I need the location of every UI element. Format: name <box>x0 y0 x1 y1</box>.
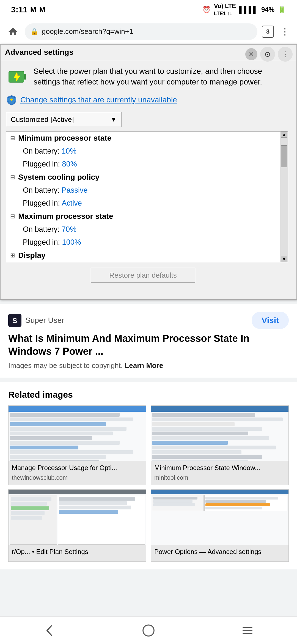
dropdown-row: Customized [Active] ▼ <box>6 112 288 127</box>
tree-value-cooling-plugged: Active <box>62 199 82 207</box>
related-image-3[interactable]: r/Op... • Edit Plan Settings <box>8 489 146 562</box>
tree-child-cooling-plugged[interactable]: Plugged in: Active <box>6 197 288 210</box>
tree-group-min-processor[interactable]: ⊟ Minimum processor state <box>6 132 288 145</box>
url-bar[interactable]: 🔒 google.com/search?q=win+1 <box>25 23 257 40</box>
tree-child-min-plugged[interactable]: Plugged in: 80% <box>6 158 288 171</box>
image-caption-3: r/Op... • Edit Plan Settings <box>9 545 146 557</box>
scroll-down-arrow[interactable]: ▼ <box>281 256 287 262</box>
copyright-notice: Images may be subject to copyright. Lear… <box>8 361 289 370</box>
tree-label-max-battery: On battery: <box>23 225 62 233</box>
image-thumb-3 <box>9 490 146 545</box>
recents-button[interactable] <box>237 620 258 642</box>
tree-child-cooling-battery[interactable]: On battery: Passive <box>6 184 288 197</box>
dropdown-value: Customized [Active] <box>11 115 74 124</box>
related-images-title: Related images <box>8 390 289 400</box>
browser-bar: 🔒 google.com/search?q=win+1 3 ⋮ <box>0 19 297 44</box>
tree-label-max-plugged: Plugged in: <box>23 238 62 246</box>
tree-child-max-battery[interactable]: On battery: 70% <box>6 223 288 236</box>
tree-value-min-plugged: 80% <box>62 160 77 168</box>
related-image-1[interactable]: Manage Processor Usage for Opti... thewi… <box>8 405 146 485</box>
visit-button[interactable]: Visit <box>252 312 289 329</box>
tree-label-cooling: System cooling policy <box>18 173 100 182</box>
tree-label-cooling-battery: On battery: <box>23 186 62 194</box>
tree-label-display: Display <box>18 251 46 260</box>
expand-icon-max: ⊟ <box>10 213 15 220</box>
lock-icon: 🔒 <box>30 28 38 36</box>
result-source-row: S Super User Visit <box>8 312 289 329</box>
source-icon: S <box>8 314 21 327</box>
tree-value-max-battery: 70% <box>62 225 76 233</box>
change-settings-row: Change settings that are currently unava… <box>6 94 288 105</box>
related-image-4[interactable]: Power Options — Advanced settings <box>151 489 289 562</box>
tree-group-max-processor[interactable]: ⊟ Maximum processor state <box>6 210 288 223</box>
battery-text: 94% <box>261 6 274 13</box>
image-thumb-1 <box>9 406 146 461</box>
image-thumb-2 <box>151 406 288 461</box>
tab-count[interactable]: 3 <box>262 26 274 38</box>
expand-icon-display: ⊞ <box>10 252 15 259</box>
power-icon <box>6 66 28 88</box>
image-source-2: minitool.com <box>151 473 288 485</box>
home-button[interactable] <box>6 24 20 39</box>
status-icon-m1: M M <box>30 6 46 14</box>
scroll-up-arrow[interactable]: ▲ <box>281 132 287 138</box>
expand-icon-min: ⊟ <box>10 135 15 141</box>
image-caption-2: Minimum Processor State Window... <box>151 461 288 473</box>
search-result-card: S Super User Visit What Is Minimum And M… <box>0 304 297 378</box>
url-text: google.com/search?q=win+1 <box>42 27 133 36</box>
tree-label-min-processor: Minimum processor state <box>18 134 111 143</box>
tree-group-cooling[interactable]: ⊟ System cooling policy <box>6 171 288 184</box>
close-button[interactable]: ✕ <box>245 48 257 60</box>
bottom-navigation <box>0 616 297 644</box>
svg-rect-1 <box>24 74 26 80</box>
more-button[interactable]: ⋮ <box>278 24 292 39</box>
tree-label-max-processor: Maximum processor state <box>18 212 113 221</box>
image-caption-4: Power Options — Advanced settings <box>151 545 288 557</box>
related-images-section: Related images M <box>0 382 297 569</box>
screenshot-button[interactable]: ⊙ <box>260 47 275 62</box>
tree-scrollbar[interactable]: ▲ ▼ <box>280 132 288 262</box>
restore-defaults-button[interactable]: Restore plan defaults <box>91 268 195 283</box>
status-time: 3:11 <box>11 5 28 14</box>
svg-text:S: S <box>12 316 17 325</box>
image-source-1: thewindowsclub.com <box>9 473 146 485</box>
options-button[interactable]: ⋮ <box>278 47 293 62</box>
image-caption-1: Manage Processor Usage for Opti... <box>9 461 146 473</box>
tree-group-display[interactable]: ⊞ Display <box>6 249 288 262</box>
scroll-thumb[interactable] <box>281 145 287 167</box>
tree-child-max-plugged[interactable]: Plugged in: 100% <box>6 236 288 249</box>
tree-value-cooling-battery: Passive <box>62 186 88 194</box>
vo-lte-icon: Vo) LTELTE1 ↑↓ <box>214 2 236 17</box>
source-name: Super User <box>25 316 64 325</box>
signal-icon: ▌▌▌▌ <box>239 6 258 13</box>
battery-icon: 🔋 <box>278 6 286 13</box>
change-settings-link[interactable]: Change settings that are currently unava… <box>20 95 177 104</box>
dialog-controls: ✕ ⊙ ⋮ <box>245 47 293 62</box>
alarm-icon: ⏰ <box>202 6 211 13</box>
dialog-header-text: Select the power plan that you want to c… <box>34 66 288 87</box>
tree-label-cooling-plugged: Plugged in: <box>23 199 62 207</box>
tree-scroll-area[interactable]: ⊟ Minimum processor state On battery: 10… <box>6 132 288 262</box>
power-plan-dropdown[interactable]: Customized [Active] ▼ <box>6 112 122 127</box>
dialog-titlebar: Advanced settings ✕ ⊙ ⋮ <box>1 45 296 60</box>
dropdown-arrow-icon: ▼ <box>110 116 117 123</box>
home-nav-button[interactable] <box>138 620 160 642</box>
tree-child-min-battery[interactable]: On battery: 10% <box>6 145 288 158</box>
tree-value-max-plugged: 100% <box>62 238 81 246</box>
back-button[interactable] <box>38 620 61 642</box>
status-bar: 3:11 M M ⏰ Vo) LTELTE1 ↑↓ ▌▌▌▌ 94% 🔋 <box>0 0 297 19</box>
image-source-3 <box>9 557 146 561</box>
tree-label-min-plugged: Plugged in: <box>23 160 62 168</box>
advanced-settings-dialog: Advanced settings ✕ ⊙ ⋮ Select the power… <box>0 44 297 300</box>
image-source-4 <box>151 557 288 561</box>
shield-icon <box>6 94 17 105</box>
image-thumb-4 <box>151 490 288 545</box>
related-image-2[interactable]: Minimum Processor State Window... minito… <box>151 405 289 485</box>
expand-icon-cooling: ⊟ <box>10 174 15 181</box>
svg-point-6 <box>143 625 154 636</box>
images-grid: Manage Processor Usage for Opti... thewi… <box>8 405 289 562</box>
learn-more-link[interactable]: Learn More <box>125 361 163 370</box>
power-settings-tree: ⊟ Minimum processor state On battery: 10… <box>6 131 288 262</box>
result-title[interactable]: What Is Minimum And Maximum Processor St… <box>8 332 289 358</box>
dialog-header-row: Select the power plan that you want to c… <box>6 66 288 88</box>
